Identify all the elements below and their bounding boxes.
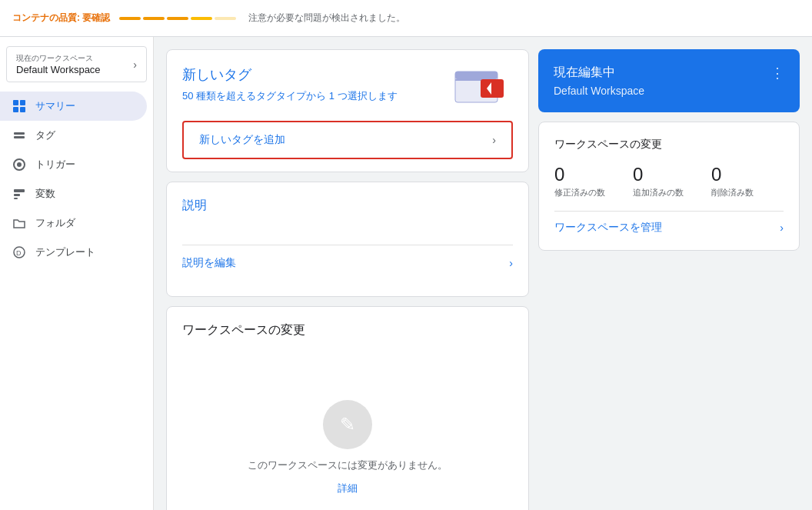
svg-rect-9 (14, 194, 20, 196)
description-card: 説明 説明を編集 › (166, 182, 529, 297)
svg-rect-10 (14, 198, 18, 199)
modified-label: 修正済みの数 (554, 187, 605, 198)
template-icon: D (12, 245, 26, 259)
folder-icon (12, 216, 26, 230)
svg-rect-1 (20, 100, 25, 105)
deleted-count-item: 0 削除済み数 (711, 164, 784, 198)
manage-workspace-link[interactable]: ワークスペースを管理 › (554, 211, 784, 235)
sidebar-item-tags[interactable]: タグ (0, 121, 147, 150)
svg-rect-0 (13, 100, 18, 105)
changes-grid: 0 修正済みの数 0 追加済みの数 0 削除済み数 (554, 164, 784, 198)
workspace-changes-bottom-title: ワークスペースの変更 (182, 322, 513, 338)
workspace-selector[interactable]: 現在のワークスペース Default Workspace › (6, 46, 147, 82)
empty-detail-link[interactable]: 詳細 (338, 482, 358, 495)
quality-dot-1 (119, 17, 141, 20)
sidebar-item-variables[interactable]: 変数 (0, 179, 147, 208)
sidebar-folders-label: フォルダ (35, 216, 75, 230)
editing-card-title: 現在編集中 (554, 65, 615, 81)
top-bar: コンテナの品質: 要確認 注意が必要な問題が検出されました。 (0, 0, 812, 37)
variable-icon (12, 187, 26, 201)
workspace-meta-label: 現在のワークスペース (16, 53, 101, 64)
quality-dot-4 (191, 17, 212, 20)
tag-icon (12, 128, 26, 142)
quality-dot-2 (143, 17, 165, 20)
svg-rect-14 (455, 72, 498, 79)
svg-rect-8 (14, 189, 25, 192)
quality-label: コンテナの品質: 要確認 (12, 12, 110, 25)
sidebar-triggers-label: トリガー (35, 158, 75, 172)
main-layout: 現在のワークスペース Default Workspace › サマリー (0, 37, 812, 510)
empty-edit-icon: ✎ (323, 400, 372, 449)
deleted-count: 0 (711, 164, 721, 185)
summary-icon (12, 99, 26, 113)
svg-rect-3 (20, 107, 25, 112)
sidebar-variables-label: 変数 (35, 187, 55, 201)
quality-message: 注意が必要な問題が検出されました。 (248, 12, 405, 25)
svg-rect-16 (481, 79, 504, 98)
added-count: 0 (633, 164, 643, 185)
edit-description-link[interactable]: 説明を編集 › (182, 245, 513, 281)
left-column: 新しいタグ 50 種類を超えるタグタイプから 1 つ選択します (166, 49, 529, 510)
trigger-icon (12, 158, 26, 172)
sidebar: 現在のワークスペース Default Workspace › サマリー (0, 37, 154, 510)
right-column: 現在編集中 ⋮ Default Workspace ワークスペースの変更 0 修… (538, 49, 800, 510)
editing-card-header: 現在編集中 ⋮ (554, 65, 784, 82)
empty-state: ✎ このワークスペースには変更がありません。 詳細 (182, 385, 513, 510)
svg-rect-4 (14, 132, 25, 135)
add-tag-button[interactable]: 新しいタグを追加 › (182, 121, 513, 159)
empty-message: このワークスペースには変更がありません。 (248, 458, 448, 472)
quality-bar: コンテナの品質: 要確認 注意が必要な問題が検出されました。 (12, 12, 405, 25)
added-label: 追加済みの数 (633, 187, 684, 198)
svg-text:D: D (16, 249, 22, 257)
add-tag-chevron-icon: › (492, 134, 496, 146)
quality-dots (119, 17, 236, 20)
sidebar-summary-label: サマリー (35, 99, 75, 113)
changes-summary-title: ワークスペースの変更 (554, 138, 784, 152)
content-grid: 新しいタグ 50 種類を超えるタグタイプから 1 つ選択します (166, 49, 800, 510)
tag-preview-icon (451, 65, 513, 112)
description-title: 説明 (182, 198, 513, 214)
new-tag-description: 50 種類を超えるタグタイプから 1 つ選択します (182, 88, 398, 104)
deleted-label: 削除済み数 (711, 187, 754, 198)
content-area: 新しいタグ 50 種類を超えるタグタイプから 1 つ選択します (154, 37, 812, 510)
editing-workspace-name: Default Workspace (554, 85, 784, 97)
new-tag-info: 新しいタグ 50 種類を超えるタグタイプから 1 つ選択します (182, 65, 398, 104)
svg-rect-5 (14, 136, 25, 138)
editing-card: 現在編集中 ⋮ Default Workspace (538, 49, 800, 112)
new-tag-card: 新しいタグ 50 種類を超えるタグタイプから 1 つ選択します (166, 49, 529, 172)
workspace-display-name: Default Workspace (16, 64, 101, 75)
modified-count: 0 (554, 164, 564, 185)
workspace-chevron-icon: › (133, 58, 137, 71)
sidebar-templates-label: テンプレート (35, 245, 95, 259)
manage-workspace-chevron-icon: › (780, 222, 784, 234)
tag-icon-area (451, 65, 513, 112)
sidebar-item-summary[interactable]: サマリー (0, 92, 147, 121)
sidebar-item-folders[interactable]: フォルダ (0, 208, 147, 238)
sidebar-item-templates[interactable]: D テンプレート (0, 238, 147, 267)
workspace-changes-bottom-card: ワークスペースの変更 ✎ このワークスペースには変更がありません。 詳細 (166, 306, 529, 510)
modified-count-item: 0 修正済みの数 (554, 164, 627, 198)
changes-summary-card: ワークスペースの変更 0 修正済みの数 0 追加済みの数 0 削除済み数 (538, 122, 800, 251)
sidebar-tags-label: タグ (35, 128, 55, 142)
more-options-icon[interactable]: ⋮ (770, 65, 784, 82)
quality-dot-3 (167, 17, 188, 20)
new-tag-title: 新しいタグ (182, 65, 398, 84)
added-count-item: 0 追加済みの数 (633, 164, 705, 198)
svg-rect-2 (13, 107, 18, 112)
new-tag-header: 新しいタグ 50 種類を超えるタグタイプから 1 つ選択します (182, 65, 513, 112)
sidebar-item-triggers[interactable]: トリガー (0, 150, 147, 179)
workspace-selector-inner: 現在のワークスペース Default Workspace (16, 53, 101, 75)
quality-dot-5 (215, 17, 236, 20)
edit-description-chevron-icon: › (509, 257, 513, 269)
svg-point-7 (17, 162, 22, 167)
